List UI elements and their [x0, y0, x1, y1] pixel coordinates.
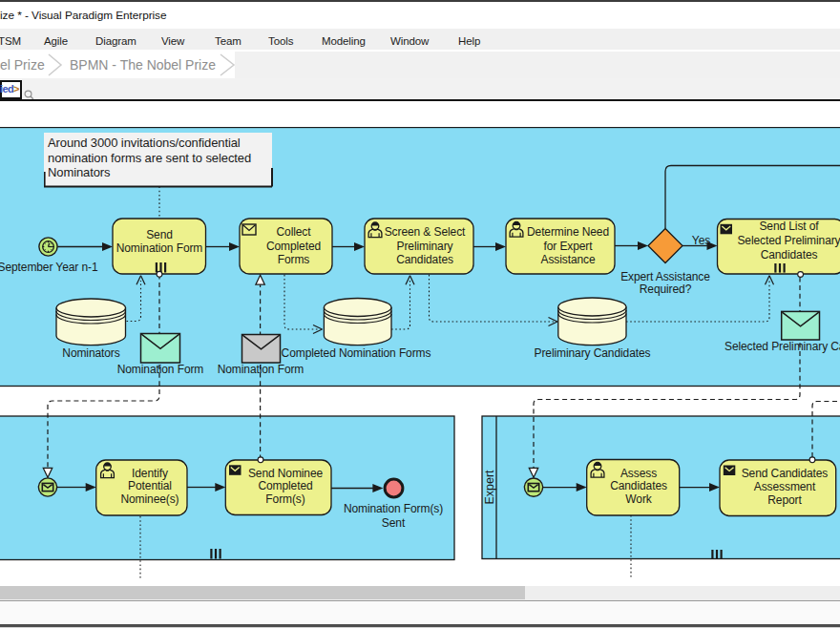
svg-text:Determine Need: Determine Need	[527, 225, 609, 239]
svg-text:Send List of: Send List of	[759, 220, 819, 233]
svg-text:Preliminary: Preliminary	[397, 240, 453, 253]
svg-text:Candidates: Candidates	[610, 479, 667, 492]
svg-text:Yes: Yes	[692, 234, 710, 247]
svg-text:Send: Send	[146, 228, 173, 241]
svg-text:nomination forms are sent to s: nomination forms are sent to selected	[48, 151, 251, 165]
svg-text:Identify: Identify	[132, 467, 168, 480]
svg-text:Nomination Form: Nomination Form	[116, 241, 203, 255]
svg-text:Completed: Completed	[266, 240, 321, 253]
svg-text:Screen & Select: Screen & Select	[385, 225, 466, 239]
svg-text:Nomination Form(s): Nomination Form(s)	[344, 502, 443, 515]
svg-text:Potential: Potential	[128, 479, 172, 492]
svg-text:Preliminary Candidates: Preliminary Candidates	[535, 346, 651, 360]
svg-text:Completed: Completed	[258, 479, 312, 492]
svg-text:Nominators: Nominators	[62, 346, 119, 360]
svg-text:Nominators: Nominators	[48, 165, 111, 179]
svg-text:Expert: Expert	[483, 470, 496, 505]
svg-text:Around 3000 invitations/confid: Around 3000 invitations/confidential	[48, 136, 241, 150]
svg-text:Assess: Assess	[620, 467, 657, 480]
svg-text:Form(s): Form(s)	[265, 492, 304, 506]
svg-text:Send Candidates: Send Candidates	[742, 467, 829, 480]
svg-text:Assistance: Assistance	[540, 253, 595, 266]
svg-text:Selected Preliminary: Selected Preliminary	[737, 234, 840, 247]
svg-text:Candidates: Candidates	[761, 248, 818, 262]
svg-text:Candidates: Candidates	[396, 253, 453, 266]
svg-text:Sent: Sent	[382, 516, 406, 530]
svg-text:Completed Nomination Forms: Completed Nomination Forms	[282, 346, 431, 360]
svg-text:Nomination Form: Nomination Form	[218, 363, 304, 376]
svg-text:for Expert: for Expert	[543, 240, 593, 253]
svg-text:Nominee(s): Nominee(s)	[120, 492, 178, 506]
svg-text:Send Nominee: Send Nominee	[248, 467, 324, 480]
svg-text:Assessment: Assessment	[754, 480, 816, 493]
svg-text:Selected Preliminary Candidate: Selected Preliminary Candidates	[724, 340, 840, 353]
svg-text:Work: Work	[625, 492, 652, 506]
svg-text:September Year n-1: September Year n-1	[0, 261, 98, 274]
svg-text:Report: Report	[767, 493, 802, 507]
svg-text:Forms: Forms	[278, 253, 310, 266]
svg-text:Nomination Form: Nomination Form	[117, 363, 204, 376]
svg-text:Required?: Required?	[640, 283, 692, 296]
svg-text:Collect: Collect	[277, 225, 312, 239]
svg-text:Expert Assistance: Expert Assistance	[620, 270, 710, 283]
